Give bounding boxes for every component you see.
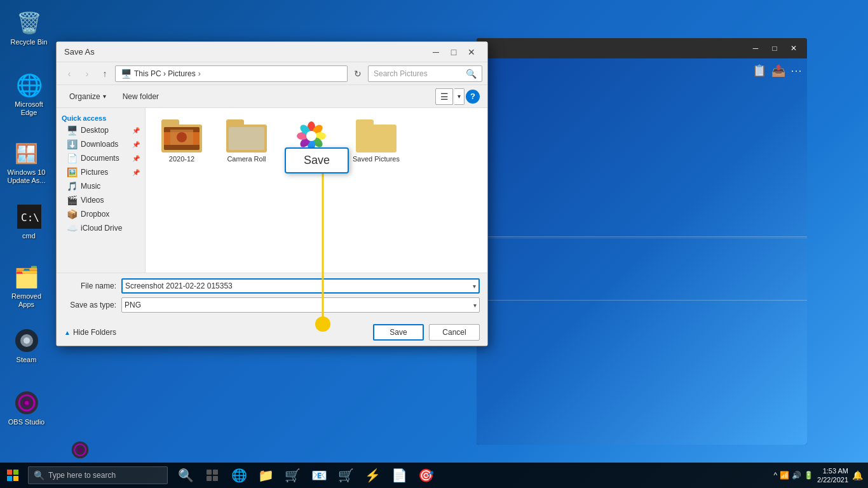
quick-access-header: Quick access xyxy=(57,111,145,123)
view-icon: ☰ xyxy=(440,92,449,102)
dialog-minimize-button[interactable]: ─ xyxy=(428,44,444,60)
bg-win-minimize[interactable]: ─ xyxy=(747,40,764,57)
time-display: 1:53 AM xyxy=(817,466,848,475)
volume-icon[interactable]: 🔊 xyxy=(792,471,801,480)
folder-icon xyxy=(226,119,267,152)
address-chevron[interactable]: › xyxy=(198,69,201,78)
cancel-button[interactable]: Cancel xyxy=(429,324,480,341)
refresh-button[interactable]: ↻ xyxy=(350,66,365,81)
folder-saved-pictures[interactable]: Saved Pictures xyxy=(348,116,405,167)
dialog-maximize-button[interactable]: □ xyxy=(445,44,462,60)
sidebar-item-downloads[interactable]: ⬇️ Downloads 📌 xyxy=(57,137,145,151)
dropbox-sidebar-icon: 📦 xyxy=(67,209,77,219)
desktop-icon-label: OBS Studio xyxy=(8,418,44,426)
up-button[interactable]: ↑ xyxy=(97,66,112,81)
bg-window-content: 📋 📤 ⋯ xyxy=(477,58,807,445)
taskbar-amazon-icon[interactable]: 🛒 xyxy=(333,463,358,488)
sidebar: Quick access 🖥️ Desktop 📌 ⬇️ Downloads 📌… xyxy=(57,108,146,273)
view-button[interactable]: ☰ xyxy=(435,88,453,105)
date-display: 2/22/2021 xyxy=(817,475,848,484)
filename-input[interactable]: Screenshot 2021-02-22 015353 ▾ xyxy=(121,278,480,294)
obs-taskbar-icon[interactable] xyxy=(69,438,92,461)
copy-icon[interactable]: 📋 xyxy=(752,64,766,78)
sidebar-item-label: Desktop xyxy=(81,126,109,135)
desktop-icon-obs-studio[interactable]: OBS Studio xyxy=(3,386,50,430)
save-button-label: Save xyxy=(390,328,407,337)
downloads-sidebar-icon: ⬇️ xyxy=(67,139,77,149)
notification-icon[interactable]: 🔔 xyxy=(852,470,863,480)
search-box[interactable]: Search Pictures 🔍 xyxy=(368,65,482,82)
desktop: 🗑️ Recycle Bin 🌐 Microsoft Edge 🪟 Window… xyxy=(0,0,868,488)
file-area: 2020-12 Camera Rol xyxy=(146,108,487,273)
forward-button[interactable]: › xyxy=(79,66,95,81)
taskbar-explorer-icon[interactable]: 📁 xyxy=(253,463,278,488)
taskbar-store-icon[interactable]: 🛒 xyxy=(280,463,305,488)
taskbar-electric-icon[interactable]: ⚡ xyxy=(360,463,385,488)
sidebar-item-videos[interactable]: 🎬 Videos xyxy=(57,193,145,207)
svg-point-15 xyxy=(177,132,187,142)
desktop-icon-recycle-bin[interactable]: 🗑️ Recycle Bin xyxy=(5,6,53,50)
filetype-value: PNG xyxy=(125,301,141,309)
sidebar-item-music[interactable]: 🎵 Music xyxy=(57,179,145,193)
svg-point-8 xyxy=(25,401,29,405)
pin-icon: 📌 xyxy=(132,141,140,148)
sidebar-item-label: Pictures xyxy=(81,168,108,177)
sidebar-item-desktop[interactable]: 🖥️ Desktop 📌 xyxy=(57,123,145,137)
svg-rect-16 xyxy=(229,127,264,150)
taskbar-widget-icon[interactable] xyxy=(200,463,225,488)
sidebar-item-icloud[interactable]: ☁️ iCloud Drive xyxy=(57,221,145,235)
folder-photos[interactable]: Photos xyxy=(283,116,340,167)
sidebar-item-dropbox[interactable]: 📦 Dropbox xyxy=(57,207,145,221)
taskbar-extra-icon[interactable]: 🎯 xyxy=(413,463,438,488)
desktop-icon-removed-apps[interactable]: 🗂️ Removed Apps xyxy=(3,261,50,313)
hide-folders-label: Hide Folders xyxy=(73,328,116,337)
taskbar-office-icon[interactable]: 📄 xyxy=(386,463,412,488)
new-folder-button[interactable]: New folder xyxy=(116,90,165,103)
taskbar-search[interactable]: 🔍 Type here to search xyxy=(28,466,168,484)
hide-folders-button[interactable]: ▲ Hide Folders xyxy=(64,328,116,337)
share-icon[interactable]: 📤 xyxy=(771,64,785,78)
start-button[interactable] xyxy=(0,463,25,488)
dialog-win-controls: ─ □ ✕ xyxy=(428,44,480,60)
filename-row: File name: Screenshot 2021-02-22 015353 … xyxy=(64,278,480,294)
bg-win-close[interactable]: ✕ xyxy=(785,40,802,57)
desktop-sidebar-icon: 🖥️ xyxy=(67,125,77,135)
music-sidebar-icon: 🎵 xyxy=(67,181,77,191)
back-button[interactable]: ‹ xyxy=(62,66,77,81)
sidebar-item-documents[interactable]: 📄 Documents 📌 xyxy=(57,151,145,165)
folder-2020-12[interactable]: 2020-12 xyxy=(153,116,210,167)
battery-icon[interactable]: 🔋 xyxy=(804,471,813,480)
dialog-close-button[interactable]: ✕ xyxy=(463,44,480,60)
network-icon[interactable]: 📶 xyxy=(780,471,789,480)
sidebar-item-label: Music xyxy=(81,182,100,191)
address-box[interactable]: 🖥️ This PC › Pictures › xyxy=(115,65,348,82)
taskbar-edge-icon[interactable]: 🌐 xyxy=(226,463,252,488)
chevron-icon[interactable]: ^ xyxy=(773,471,777,480)
dialog-form: File name: Screenshot 2021-02-22 015353 … xyxy=(57,273,487,322)
desktop-icon-microsoft-edge[interactable]: 🌐 Microsoft Edge xyxy=(5,69,53,121)
svg-rect-32 xyxy=(207,470,212,475)
save-button[interactable]: Save xyxy=(373,324,424,341)
bg-win-maximize[interactable]: □ xyxy=(766,40,783,57)
sidebar-item-label: Dropbox xyxy=(81,210,109,219)
desktop-icon-steam[interactable]: Steam xyxy=(3,324,50,368)
organize-button[interactable]: Organize ▾ xyxy=(64,90,111,103)
search-placeholder: Search Pictures xyxy=(374,69,428,78)
sidebar-item-pictures[interactable]: 🖼️ Pictures 📌 xyxy=(57,165,145,179)
organize-chevron-icon: ▾ xyxy=(103,93,106,100)
taskbar-mail-icon[interactable]: 📧 xyxy=(306,463,332,488)
filetype-dropdown[interactable]: PNG ▾ xyxy=(121,297,480,313)
folder-camera-roll[interactable]: Camera Roll xyxy=(218,116,275,167)
taskbar-clock[interactable]: 1:53 AM 2/22/2021 xyxy=(817,466,848,485)
help-button[interactable]: ? xyxy=(466,90,480,104)
filename-dropdown-arrow: ▾ xyxy=(473,283,476,290)
taskbar-search-icon[interactable]: 🔍 xyxy=(173,463,198,488)
hide-folders-arrow-icon: ▲ xyxy=(64,329,71,336)
more-icon[interactable]: ⋯ xyxy=(790,64,802,78)
view-dropdown-button[interactable]: ▾ xyxy=(454,88,465,105)
desktop-icon-windows-update[interactable]: 🪟 Windows 10 Update As... xyxy=(3,137,50,189)
desktop-icon-cmd[interactable]: C:\ cmd xyxy=(5,200,53,244)
filetype-label: Save as type: xyxy=(64,301,121,309)
search-icon: 🔍 xyxy=(34,470,44,480)
svg-rect-34 xyxy=(207,476,212,481)
